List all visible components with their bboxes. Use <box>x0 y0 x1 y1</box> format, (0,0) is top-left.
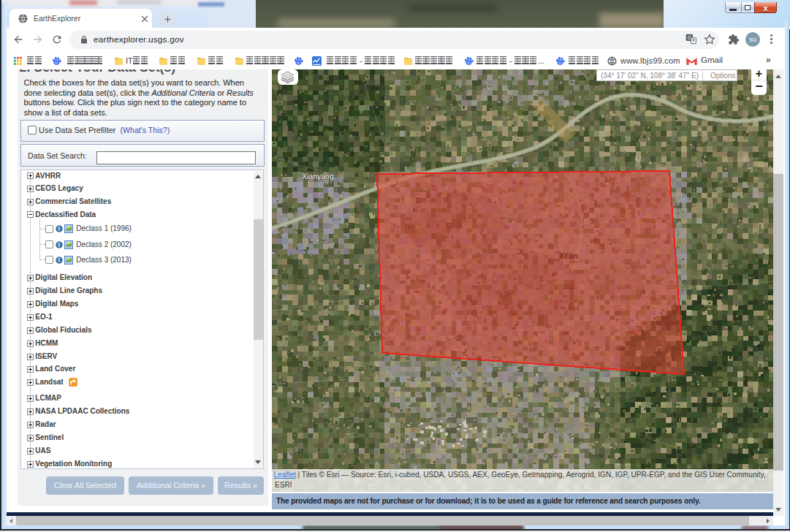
svg-text:Xianyang: Xianyang <box>302 172 334 180</box>
svg-text:du: du <box>558 61 562 64</box>
svg-text:XI'an: XI'an <box>559 251 578 260</box>
svg-text:du: du <box>55 61 58 64</box>
svg-text:du: du <box>467 61 471 64</box>
svg-text:du: du <box>297 61 300 64</box>
